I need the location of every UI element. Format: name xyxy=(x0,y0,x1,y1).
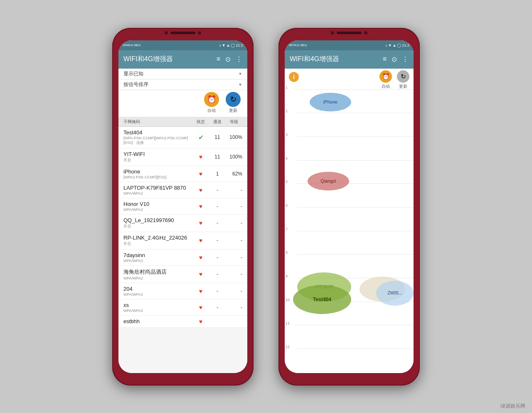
filter-row-2[interactable]: 按信号排序 ▼ xyxy=(118,79,247,90)
network-info: 7daysinn WPA/WPA2 xyxy=(123,252,192,263)
channel-num-1: 1 xyxy=(286,86,288,90)
menu-icon-left[interactable]: ≡ xyxy=(217,55,220,63)
camera-dot-r2 xyxy=(364,31,367,35)
network-info: iPhone [WPA2-PSK-CCMP][ESS] xyxy=(123,168,192,179)
left-phone: 284K/s 0B/s ⏚ ▼ ▲ ◯ 21:2 WIFI和4G增强器 ≡ ⊙ … xyxy=(112,28,254,386)
channel-num-7: 7 xyxy=(286,227,288,231)
network-sub: 开启 xyxy=(123,241,192,247)
auto-button-right[interactable]: ⏰ 自动 xyxy=(379,70,392,89)
bluetooth-icon-r: ⏚ xyxy=(385,43,387,47)
table-header: 子网掩码 状态 通道 等级 xyxy=(118,117,247,127)
filter-label-1: 显示已知 xyxy=(123,70,238,77)
menu-icon-right[interactable]: ≡ xyxy=(383,55,387,63)
network-channel: - xyxy=(209,255,226,260)
status-heart-icon: ♥ xyxy=(199,288,202,294)
network-name: 7daysinn xyxy=(123,252,192,258)
channel-num-5: 5 xyxy=(286,180,288,184)
status-bar-right: 667K/s 0B/s ⏚ ▼ ▲ ◯ 21:2 xyxy=(285,40,414,50)
bluetooth-icon: ⏚ xyxy=(219,43,221,47)
app-bar-left: WIFI和4G增强器 ≡ ⊙ ⋮ xyxy=(118,50,247,69)
network-item[interactable]: YIT-WIFI 开启 ♥ 11 100% xyxy=(118,148,247,166)
speaker-bar xyxy=(170,32,195,34)
network-item[interactable]: xs WPA/WPA2 ♥ - - xyxy=(118,299,247,316)
network-info: YIT-WIFI 开启 xyxy=(123,151,192,163)
network-level: - xyxy=(226,220,242,226)
network-item[interactable]: estbhh ♥ xyxy=(118,316,247,328)
network-name: 204 xyxy=(123,286,192,292)
network-level: - xyxy=(226,255,242,260)
update-button-right[interactable]: ↻ 更新 xyxy=(397,70,409,89)
network-info: 204 WPA/WPA2 xyxy=(123,286,192,297)
network-sub: WPA/WPA2 xyxy=(123,309,192,313)
network-item[interactable]: LAPTOP-K79F81VP 8870 WPA/WPA2 ♥ - - xyxy=(118,182,247,198)
time-right: 21:2 xyxy=(402,43,409,47)
network-item[interactable]: QQ_Le_1921997690 开启 ♥ - - xyxy=(118,215,247,232)
network-level: 100% xyxy=(226,134,242,140)
th-level: 等级 xyxy=(226,119,242,125)
network-status: ♥ xyxy=(192,254,209,261)
info-button[interactable]: i xyxy=(289,72,299,82)
channel-num-12: 12 xyxy=(286,345,290,349)
network-channel: - xyxy=(209,288,226,294)
camera-dot-r1 xyxy=(331,31,334,35)
network-status: ♥ xyxy=(192,220,209,226)
filter-row-1[interactable]: 显示已知 ▼ xyxy=(118,69,247,79)
channel-grid: 123456789101112 xyxy=(285,89,414,373)
status-heart-icon: ♥ xyxy=(199,153,202,160)
network-channel: 11 xyxy=(209,134,226,140)
camera-dot-2 xyxy=(198,31,201,35)
network-status: ♥ xyxy=(192,318,209,325)
network-item[interactable]: 7daysinn WPA/WPA2 ♥ - - xyxy=(118,250,247,266)
network-sub: WPA/WPA2 xyxy=(123,276,192,280)
battery-icon-r: ◯ xyxy=(397,43,401,47)
app-title-right: WIFI和4G增强器 xyxy=(290,55,383,64)
more-icon-right[interactable]: ⋮ xyxy=(402,55,409,63)
wifi-icon: ▼ xyxy=(222,43,226,47)
network-level: - xyxy=(226,288,242,294)
filter-label-2: 按信号排序 xyxy=(123,81,238,88)
update-button[interactable]: ↻ 更新 xyxy=(226,92,241,114)
network-sub: WPA/WPA2 xyxy=(123,191,192,195)
clock-icon-right[interactable]: ⊙ xyxy=(392,55,397,63)
network-item[interactable]: 海角欣村尚品酒店 WPA/WPA2 ♥ - - xyxy=(118,266,247,283)
th-status: 状态 xyxy=(192,119,209,125)
network-channel: 1 xyxy=(209,171,226,177)
auto-label-right: 自动 xyxy=(382,84,390,89)
network-status: ♥ xyxy=(192,153,209,160)
network-item[interactable]: RP-LINK_2.4GHz_224026 开启 ♥ - - xyxy=(118,232,247,250)
app-title-left: WIFI和4G增强器 xyxy=(123,55,217,64)
app-bar-icons-left: ≡ ⊙ ⋮ xyxy=(217,55,242,63)
status-heart-icon: ♥ xyxy=(199,171,202,177)
status-heart-icon: ♥ xyxy=(199,203,202,210)
channel-line-2: 2 xyxy=(297,113,414,113)
network-item[interactable]: iPhone [WPA2-PSK-CCMP][ESS] ♥ 1 62% xyxy=(118,166,247,182)
network-item[interactable]: Honor V10 WPA/WPA2 ♥ - - xyxy=(118,198,247,215)
network-status: ♥ xyxy=(192,304,209,311)
network-status: ♥ xyxy=(192,288,209,294)
status-bar-left: 284K/s 0B/s ⏚ ▼ ▲ ◯ 21:2 xyxy=(118,40,247,50)
more-icon-left[interactable]: ⋮ xyxy=(236,55,242,63)
network-level: - xyxy=(226,203,242,209)
network-status: ♥ xyxy=(192,203,209,210)
status-heart-icon: ♥ xyxy=(199,318,202,325)
graph-action-buttons: ⏰ 自动 ↻ 更新 xyxy=(379,70,409,89)
network-sub: WPA/WPA2 xyxy=(123,208,192,212)
network-name: QQ_Le_1921997690 xyxy=(123,217,192,223)
network-item[interactable]: Test404 [WPA-PSK-CCMP][WPA2-PSK-CCMP][ES… xyxy=(118,127,247,148)
network-level: - xyxy=(226,237,242,243)
update-label-right: 更新 xyxy=(399,84,407,89)
network-sub: WPA/WPA2 xyxy=(123,259,192,263)
time-left: 21:2 xyxy=(236,43,243,47)
blob-iphone: iPhone xyxy=(310,93,351,111)
network-level: - xyxy=(226,304,242,310)
blob-zw05: ZW05... xyxy=(376,281,414,306)
network-status: ♥ xyxy=(192,171,209,177)
network-info: RP-LINK_2.4GHz_224026 开启 xyxy=(123,235,192,247)
network-level: 62% xyxy=(226,171,242,177)
network-sub: 开启 xyxy=(123,224,192,229)
channel-line-1: 1 xyxy=(297,89,414,90)
network-item[interactable]: 204 WPA/WPA2 ♥ - - xyxy=(118,283,247,299)
clock-icon-left[interactable]: ⊙ xyxy=(225,55,231,63)
auto-button[interactable]: ⏰ 自动 xyxy=(204,92,219,114)
auto-label: 自动 xyxy=(207,108,216,114)
